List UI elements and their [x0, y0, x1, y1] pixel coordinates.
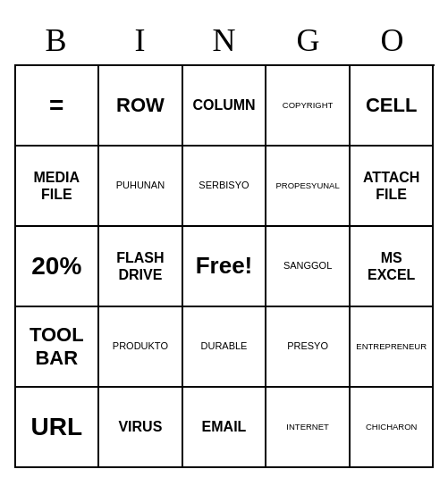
cell-r4-c3: INTERNET: [266, 388, 351, 468]
cell-r3-c0: TOOLBAR: [16, 307, 100, 388]
cell-r1-c3: PROPESYUNAL: [266, 147, 351, 227]
cell-r2-c3: SANGGOL: [266, 227, 351, 307]
cell-r3-c4: ENTREPRENEUR: [351, 307, 435, 388]
cell-text: COLUMN: [192, 96, 255, 113]
cell-text: VIRUS: [118, 418, 162, 435]
cell-text: Free!: [196, 252, 253, 280]
cell-r2-c2: Free!: [183, 227, 267, 307]
cell-text: PROPESYUNAL: [275, 180, 339, 190]
cell-r4-c0: URL: [16, 388, 100, 468]
cell-r3-c1: PRODUKTO: [99, 307, 183, 388]
cell-text: EMAIL: [202, 418, 247, 435]
cell-text: ATTACHFILE: [363, 169, 419, 203]
cell-text: SANGGOL: [283, 260, 332, 272]
cell-text: COPYRIGHT: [283, 100, 333, 110]
bingo-grid: =ROWCOLUMNCOPYRIGHTCELLMEDIAFILEPUHUNANS…: [14, 64, 435, 468]
cell-text: ENTREPRENEUR: [356, 341, 427, 351]
header-letter: N: [186, 21, 263, 59]
cell-text: CHICHARON: [366, 422, 418, 432]
cell-r4-c1: VIRUS: [99, 388, 183, 468]
cell-r0-c2: COLUMN: [183, 66, 267, 147]
cell-text: 20%: [31, 251, 81, 281]
cell-r1-c4: ATTACHFILE: [351, 147, 435, 227]
cell-r3-c3: PRESYO: [266, 307, 351, 388]
cell-text: PRESYO: [287, 340, 328, 352]
header-letter: B: [18, 21, 95, 59]
header-letter: G: [270, 21, 347, 59]
bingo-header: BINGO: [14, 18, 435, 64]
cell-text: FLASHDRIVE: [116, 249, 164, 283]
bingo-card: BINGO =ROWCOLUMNCOPYRIGHTCELLMEDIAFILEPU…: [14, 18, 435, 468]
cell-r1-c2: SERBISYO: [183, 147, 267, 227]
cell-text: PUHUNAN: [116, 180, 165, 191]
cell-r0-c4: CELL: [351, 66, 435, 147]
cell-r4-c4: CHICHARON: [351, 388, 435, 468]
cell-text: MSEXCEL: [368, 249, 415, 283]
header-letter: O: [354, 21, 431, 59]
cell-r1-c1: PUHUNAN: [99, 147, 183, 227]
cell-r4-c2: EMAIL: [183, 388, 267, 468]
cell-r3-c2: DURABLE: [183, 307, 267, 388]
header-letter: I: [102, 21, 179, 59]
cell-text: DURABLE: [201, 340, 248, 352]
cell-text: URL: [31, 412, 83, 442]
cell-text: MEDIAFILE: [34, 169, 80, 203]
cell-r0-c1: ROW: [99, 66, 183, 147]
cell-r1-c0: MEDIAFILE: [16, 147, 100, 227]
cell-text: =: [49, 90, 63, 121]
cell-r2-c0: 20%: [16, 227, 100, 307]
cell-r2-c4: MSEXCEL: [351, 227, 435, 307]
cell-text: PRODUKTO: [113, 340, 168, 352]
cell-text: ROW: [116, 94, 165, 117]
cell-text: TOOLBAR: [30, 323, 84, 371]
cell-r0-c3: COPYRIGHT: [266, 66, 351, 147]
cell-r2-c1: FLASHDRIVE: [99, 227, 183, 307]
cell-text: SERBISYO: [199, 180, 249, 191]
cell-text: INTERNET: [286, 422, 329, 432]
cell-text: CELL: [366, 94, 417, 117]
cell-r0-c0: =: [16, 66, 100, 147]
